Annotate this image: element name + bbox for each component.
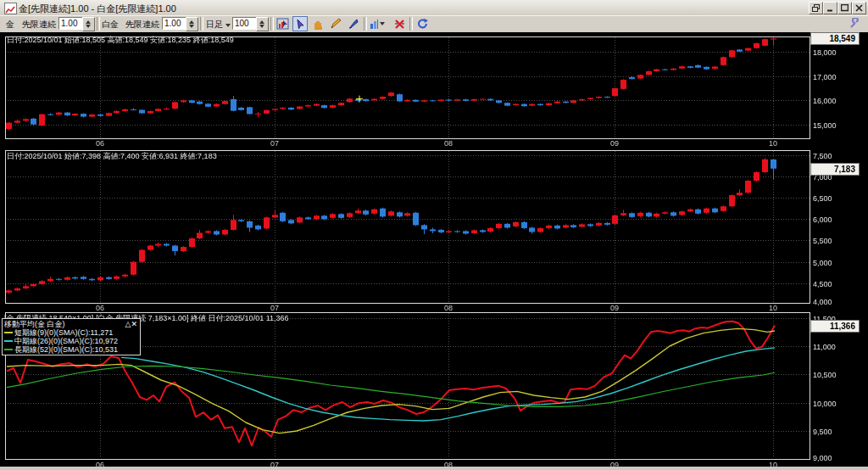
y-axis-tick-16000: 16,000 [813,97,837,105]
y-axis-tick-4500: 4,500 [813,280,832,288]
x-axis-month-10: 10 [765,461,781,469]
moving-average-legend[interactable]: 移動平均(金 白金) △✕ 短期線(9)(0)(SMA)(C):11,271 中… [2,318,141,355]
x-axis-month-08: 08 [441,139,456,148]
spread-last-price-badge: 11,366 [810,320,860,333]
platinum-ohlc-header: 日付:2025/10/01 始値:7,398 高値:7,400 安値:6,931… [7,151,217,162]
x-axis-month-07: 07 [267,139,282,148]
x-axis-month-09: 09 [607,304,622,312]
legend-item-sma9: 短期線(9)(0)(SMA)(C):11,271 [4,328,138,337]
y-axis-tick-15000: 15,000 [813,121,837,130]
sma26-line-swatch [4,340,13,342]
x-axis-month-08: 08 [441,304,456,312]
chart-canvas[interactable] [0,0,868,470]
y-axis-tick-10500: 10,500 [813,371,837,379]
x-axis-month-07: 07 [267,461,282,469]
gold-last-price-badge: 18,549 [810,32,860,45]
x-axis-month-06: 06 [92,139,108,148]
sma52-line-swatch [4,349,13,350]
x-axis-month-06: 06 [92,461,108,469]
x-axis-month-07: 07 [267,304,282,312]
gold-ohlc-header: 日付:2025/10/01 始値:18,505 高値:18,549 安値:18,… [7,35,234,46]
y-axis-tick-7500: 7,500 [813,152,832,160]
x-axis-month-06: 06 [92,304,108,312]
y-axis-tick-10000: 10,000 [813,400,837,408]
y-axis-tick-11000: 11,000 [813,343,836,351]
platinum-last-price-badge: 7,183 [810,163,860,176]
x-axis-month-10: 10 [765,139,781,148]
y-axis-tick-4000: 4,000 [813,298,832,306]
legend-collapse-close-buttons[interactable]: △✕ [125,320,137,328]
y-axis-tick-5500: 5,500 [813,237,832,245]
y-axis-tick-18000: 18,000 [813,48,837,57]
x-axis-month-08: 08 [441,461,456,469]
legend-title-row: 移動平均(金 白金) [4,320,138,328]
legend-item-sma52: 長期線(52)(0)(SMA)(C):10,531 [4,345,138,354]
y-axis-tick-9000: 9,000 [813,454,832,462]
x-axis-month-09: 09 [607,139,622,148]
x-axis-month-09: 09 [607,461,622,469]
y-axis-tick-9500: 9,500 [813,428,832,436]
y-axis-tick-17000: 17,000 [813,73,837,81]
y-axis-tick-6500: 6,500 [813,194,832,203]
chart-application-window: 金[先限連続]1.00 - 白金[先限連続]1.00 金 先限連続 白金 先限連… [0,0,868,470]
x-axis-month-10: 10 [765,304,781,312]
legend-item-sma26: 中期線(26)(0)(SMA)(C):10,972 [4,337,138,345]
sma9-line-swatch [4,332,13,333]
y-axis-tick-5000: 5,000 [813,259,832,267]
y-axis-tick-6000: 6,000 [813,215,832,224]
